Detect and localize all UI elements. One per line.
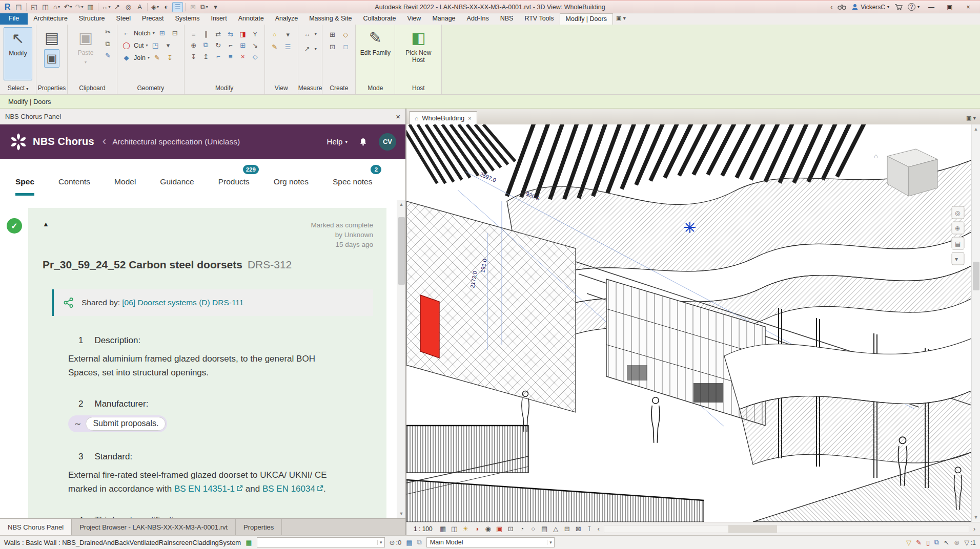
text-icon[interactable]: A (134, 2, 145, 12)
minimize-button[interactable]: — (925, 4, 938, 11)
submit-proposals-pill[interactable]: ∼ Submit proposals. (68, 415, 167, 432)
back-chevron-icon[interactable]: ‹ (103, 135, 106, 148)
thin-lines-icon[interactable]: ☰ (172, 2, 183, 12)
infocenter-back-icon[interactable]: ‹ (830, 4, 832, 11)
ribbon-tab-view[interactable]: View (402, 13, 427, 25)
app-store-cart-icon[interactable] (894, 4, 903, 11)
ribbon-tab-annotate[interactable]: Annotate (233, 13, 270, 25)
help-menu[interactable]: Help▾ (327, 137, 348, 146)
cut-clipboard-icon[interactable]: ✂ (103, 27, 113, 37)
visual-style-icon[interactable]: ◫ (449, 524, 460, 534)
delete-icon[interactable]: × (237, 52, 248, 61)
show-crop-region-icon[interactable]: ⊡ (505, 524, 516, 534)
selection-marker[interactable] (684, 222, 696, 233)
undo-icon[interactable]: ↶▾ (63, 2, 73, 12)
measure-ruler-icon[interactable]: ↔ (302, 29, 313, 39)
filter-button[interactable]: ▽:1 (964, 539, 976, 546)
ribbon-tab-systems[interactable]: Systems (169, 13, 205, 25)
unpin-icon[interactable]: ↥ (200, 52, 211, 61)
breadcrumb[interactable]: Architectural specification (Uniclass) (112, 137, 240, 146)
3d-view-drawing[interactable]: 2597.0 920.0 2172.0 191.0 (406, 124, 971, 522)
avatar[interactable]: CV (379, 133, 396, 151)
shared-by-link[interactable]: [06] Doorset systems (D) DRS-111 (122, 298, 243, 307)
scroll-right-icon[interactable]: › (971, 525, 977, 533)
split-element-icon[interactable]: ◨ (237, 29, 248, 39)
section-icon[interactable]: ◐ (161, 2, 172, 12)
nbs-tab-contents[interactable]: Contents (58, 177, 90, 199)
move-icon[interactable]: ⊕ (188, 40, 199, 50)
scroll-down-icon[interactable]: ▼ (974, 513, 978, 522)
switch-windows-icon[interactable]: ⧉▾ (199, 2, 210, 12)
ribbon-tab-file[interactable]: File (0, 13, 28, 25)
bell-icon[interactable] (359, 137, 368, 146)
scroll-thumb[interactable] (973, 262, 979, 290)
ribbon-tab-analyze[interactable]: Analyze (270, 13, 303, 25)
split-gap-icon[interactable]: Y (250, 29, 260, 39)
properties-doc-icon[interactable]: ▤ (13, 2, 24, 12)
view-scale-button[interactable]: 1 : 100 (409, 525, 437, 533)
mirror-axis-icon[interactable]: ⇄ (213, 29, 223, 39)
ribbon-tab-architecture[interactable]: Architecture (28, 13, 73, 25)
legend-component-icon[interactable]: ⊞ (327, 30, 338, 39)
paint-icon[interactable]: ◳ (150, 40, 160, 50)
ribbon-tab-modify-doors[interactable]: Modify | Doors (560, 13, 613, 25)
cut-tool[interactable]: ◯ Cut▾ ◳ ▾ (121, 40, 173, 51)
worksharing-status-icon[interactable]: ▦ (246, 539, 252, 546)
join-tool[interactable]: ◆ Join▾ ✎ ↧ (121, 52, 175, 63)
highlight-displacement-icon[interactable]: ⊟ (562, 524, 573, 534)
scroll-thumb[interactable] (398, 217, 405, 285)
ribbon-tab-insert[interactable]: Insert (205, 13, 232, 25)
type-properties-icon[interactable]: ▣ (44, 49, 60, 68)
properties-button[interactable]: ▤ ▣ (40, 27, 64, 68)
dock-tab-nbs[interactable]: NBS Chorus Panel (0, 519, 72, 535)
pin-icon[interactable]: ↧ (188, 52, 199, 61)
paste-button[interactable]: ▣ Paste ▾ (71, 27, 100, 66)
redo-icon[interactable]: ↷▾ (74, 2, 85, 12)
open-icon[interactable]: ◱ (29, 2, 39, 12)
nbs-panel-close-icon[interactable]: × (396, 112, 400, 121)
mirror-pick-icon[interactable]: ⇆ (225, 29, 236, 39)
ribbon-tab-add-ins[interactable]: Add-Ins (461, 13, 495, 25)
create-group-icon[interactable]: ◇ (340, 30, 351, 39)
rendering-dialog-icon[interactable]: ◉ (483, 524, 494, 534)
hide-elements-icon[interactable]: ○ (269, 30, 280, 39)
scroll-up-icon[interactable]: ▲ (974, 124, 978, 134)
red-door-element[interactable] (420, 295, 439, 358)
trim-single-icon[interactable]: ≡ (225, 52, 236, 61)
tag-icon[interactable]: ◎ (123, 2, 134, 12)
nbs-panel-titlebar[interactable]: NBS Chorus Panel × (0, 109, 405, 124)
search-icon[interactable] (838, 4, 846, 10)
design-option-dropdown[interactable]: Main Model▾ (426, 537, 555, 547)
override-graphics-icon[interactable]: ▾ (282, 30, 293, 39)
nbs-tab-model[interactable]: Model (114, 177, 136, 199)
view-tab-wholebuilding[interactable]: ⌂ WholeBuilding × (409, 111, 477, 124)
press-drag-icon[interactable]: ▯ (926, 539, 930, 546)
demolish-icon[interactable]: ↧ (165, 53, 175, 62)
linework-brush-icon[interactable]: ✎ (269, 42, 280, 52)
array-icon[interactable]: ⊞ (237, 40, 248, 50)
standard-link-2[interactable]: BS EN 16034 (262, 482, 315, 496)
modify-button[interactable]: ↖ Modify (4, 27, 32, 80)
offset-icon[interactable]: ∥ (200, 29, 211, 39)
home-view-icon[interactable]: ⌂▾ (51, 2, 62, 12)
ribbon-tab-precast[interactable]: Precast (136, 13, 169, 25)
ribbon-tab-nbs[interactable]: NBS (495, 13, 519, 25)
align-icon[interactable]: ≡ (188, 29, 199, 39)
dock-tab-properties[interactable]: Properties (236, 519, 282, 535)
editing-requests-button[interactable]: ⊙:0 (390, 539, 402, 546)
reveal-hidden-elements-icon[interactable]: ○ (528, 524, 539, 534)
trim-corner-icon[interactable]: ⌐ (213, 52, 223, 61)
temporary-view-properties-icon[interactable]: ▤ (539, 524, 550, 534)
editable-only-icon[interactable]: ✎ (916, 539, 922, 546)
dock-tab-project-browser[interactable]: Project Browser - LAK-NBS-XX-XX-M3-A-000… (72, 519, 236, 535)
standard-link-1[interactable]: BS EN 14351-1 (174, 482, 235, 496)
edit-family-button[interactable]: ✎ Edit Family (359, 27, 391, 56)
workset-dropdown[interactable]: ▾ (257, 537, 385, 547)
ribbon-tab-collaborate[interactable]: Collaborate (358, 13, 402, 25)
3d-lock-icon[interactable]: ⊺ (584, 524, 595, 534)
nbs-tab-org-notes[interactable]: Org notes (274, 177, 309, 199)
worksets-dialog-icon[interactable]: ▤ (406, 539, 412, 546)
close-button[interactable]: × (962, 4, 975, 11)
notch-tool[interactable]: ⌐ Notch▾ ⊞ ⊟ (121, 28, 180, 38)
default-3d-view-icon[interactable]: ◈▾ (150, 2, 160, 12)
